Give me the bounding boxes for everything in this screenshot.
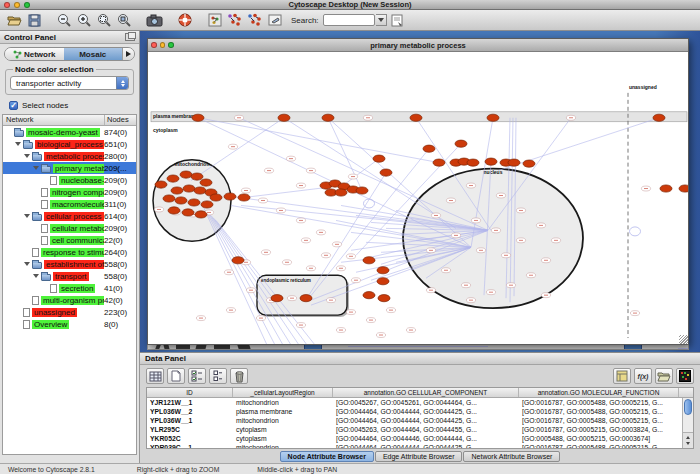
column-header[interactable]: annotation.GO MOLECULAR_FUNCTION xyxy=(519,388,679,397)
network-node[interactable] xyxy=(378,295,390,302)
tree-row[interactable]: biological_process651(0) xyxy=(3,138,136,150)
network-node[interactable] xyxy=(188,199,200,206)
attribute-checklist-button[interactable] xyxy=(188,368,206,384)
function-builder-button[interactable]: f(x) xyxy=(634,368,652,384)
network-node[interactable] xyxy=(410,114,422,121)
resize-grip[interactable] xyxy=(679,335,688,344)
network-node[interactable] xyxy=(278,114,290,121)
network-node[interactable] xyxy=(653,114,665,121)
network-node[interactable] xyxy=(423,145,435,152)
network-node[interactable] xyxy=(232,257,244,264)
network-node[interactable] xyxy=(210,194,222,201)
zoom-in-button[interactable] xyxy=(75,11,94,29)
import-attributes-button[interactable] xyxy=(613,368,631,384)
expand-arrow-icon[interactable] xyxy=(24,154,30,158)
network-node[interactable] xyxy=(238,194,250,201)
tree-row[interactable]: response to stimulu264(0) xyxy=(3,246,136,258)
delete-attribute-button[interactable] xyxy=(230,368,248,384)
network-node[interactable] xyxy=(373,155,385,162)
network-node[interactable] xyxy=(183,185,195,192)
tree-row[interactable]: cellular process614(0) xyxy=(3,210,136,222)
tree-column-network[interactable]: Network xyxy=(3,115,103,125)
attribute-browser-tab[interactable]: Node Attribute Browser xyxy=(280,451,374,462)
network-node[interactable] xyxy=(167,175,179,182)
network-node[interactable] xyxy=(182,209,194,216)
create-attribute-button[interactable] xyxy=(167,368,185,384)
network-node[interactable] xyxy=(363,292,375,299)
tab-network[interactable]: Network xyxy=(5,48,64,60)
network-node[interactable] xyxy=(356,187,368,194)
network-node[interactable] xyxy=(485,158,497,165)
tree-row[interactable]: nitrogen compo209(0) xyxy=(3,186,136,198)
layout-1-button[interactable] xyxy=(225,11,244,29)
network-node[interactable] xyxy=(200,179,212,186)
network-graph[interactable]: plasma membranecytoplasmendoplasmic reti… xyxy=(148,52,688,344)
annotate-button[interactable] xyxy=(265,11,284,29)
snapshot-camera-button[interactable] xyxy=(145,11,164,29)
network-node[interactable] xyxy=(660,185,672,192)
attribute-browser-tab[interactable]: Network Attribute Browser xyxy=(463,451,560,462)
tabs-overflow-button[interactable] xyxy=(122,48,134,60)
network-node[interactable] xyxy=(377,278,389,285)
tree-row[interactable]: primary metabo209(... xyxy=(3,162,136,174)
network-node[interactable] xyxy=(300,295,312,302)
network-node[interactable] xyxy=(271,295,283,302)
network-node[interactable] xyxy=(194,187,206,194)
network-node[interactable] xyxy=(455,140,467,147)
table-row[interactable]: YPL036W__1mitochondrion[GO:0044464, GO:0… xyxy=(147,416,693,425)
network-node[interactable] xyxy=(192,114,204,121)
scrollbar-arrows[interactable] xyxy=(683,432,693,448)
tree-row[interactable]: macromolecule311(0) xyxy=(3,198,136,210)
attribute-browser-tab[interactable]: Edge Attribute Browser xyxy=(375,451,463,462)
expand-arrow-icon[interactable] xyxy=(33,274,39,278)
tree-row[interactable]: secretion41(0) xyxy=(3,282,136,294)
network-node[interactable] xyxy=(201,201,213,208)
attribute-matrix-button[interactable] xyxy=(676,368,694,384)
help-button[interactable] xyxy=(175,11,194,29)
network-node[interactable] xyxy=(168,207,180,214)
table-row[interactable]: YKR052Ccytoplasm[GO:0044464, GO:0044446,… xyxy=(147,434,693,443)
zoom-fit-button[interactable] xyxy=(115,11,134,29)
network-node[interactable] xyxy=(363,257,375,264)
tree-row[interactable]: metabolic process280(0) xyxy=(3,150,136,162)
network-node[interactable] xyxy=(467,159,479,166)
table-scrollbar[interactable] xyxy=(682,398,693,448)
network-node[interactable] xyxy=(175,197,187,204)
search-dropdown-button[interactable] xyxy=(376,14,387,26)
open-button[interactable] xyxy=(5,11,24,29)
network-window[interactable]: primary metabolic process plasma membran… xyxy=(147,38,689,345)
network-node[interactable] xyxy=(191,173,203,180)
tree-column-nodes[interactable]: Nodes xyxy=(104,115,137,125)
table-row[interactable]: YDR039C__1mitochondrion[GO:0044464, GO:0… xyxy=(147,443,693,449)
expand-arrow-icon[interactable] xyxy=(24,214,30,218)
column-header[interactable]: _cellularLayoutRegion xyxy=(233,388,333,397)
attribute-list-button[interactable] xyxy=(209,368,227,384)
table-row[interactable]: YJR121W__1mitochondrion[GO:0045267, GO:0… xyxy=(147,398,693,407)
vizmapper-button[interactable] xyxy=(205,11,224,29)
table-row[interactable]: YLR295Ccytoplasm[GO:0045263, GO:0044464,… xyxy=(147,425,693,434)
save-button[interactable] xyxy=(25,11,44,29)
tree-row[interactable]: mosaic-demo-yeast874(0) xyxy=(3,126,136,138)
network-node[interactable] xyxy=(523,160,535,167)
search-options-button[interactable] xyxy=(388,11,407,29)
network-node[interactable] xyxy=(679,185,688,192)
zoom-out-button[interactable] xyxy=(55,11,74,29)
table-row[interactable]: YPL036W__2plasma membrane[GO:0044464, GO… xyxy=(147,407,693,416)
network-node[interactable] xyxy=(508,159,520,166)
tree-row[interactable]: transport558(0) xyxy=(3,270,136,282)
tab-mosaic[interactable]: Mosaic xyxy=(64,48,123,60)
float-panel-icon[interactable] xyxy=(125,33,135,41)
tree-row[interactable]: cellular metabo209(0) xyxy=(3,222,136,234)
network-node[interactable] xyxy=(155,181,167,188)
network-node[interactable] xyxy=(180,171,192,178)
tree-row[interactable]: nucleobase-c209(0) xyxy=(3,174,136,186)
network-node[interactable] xyxy=(322,114,334,121)
open-attribute-file-button[interactable] xyxy=(655,368,673,384)
network-node[interactable] xyxy=(487,114,499,121)
scrollbar-thumb[interactable] xyxy=(684,399,692,415)
tree-row[interactable]: unassigned223(0) xyxy=(3,306,136,318)
select-attributes-button[interactable] xyxy=(146,368,164,384)
tree-row[interactable]: multi-organism pro42(0) xyxy=(3,294,136,306)
expand-arrow-icon[interactable] xyxy=(33,166,39,170)
expand-arrow-icon[interactable] xyxy=(15,142,21,146)
